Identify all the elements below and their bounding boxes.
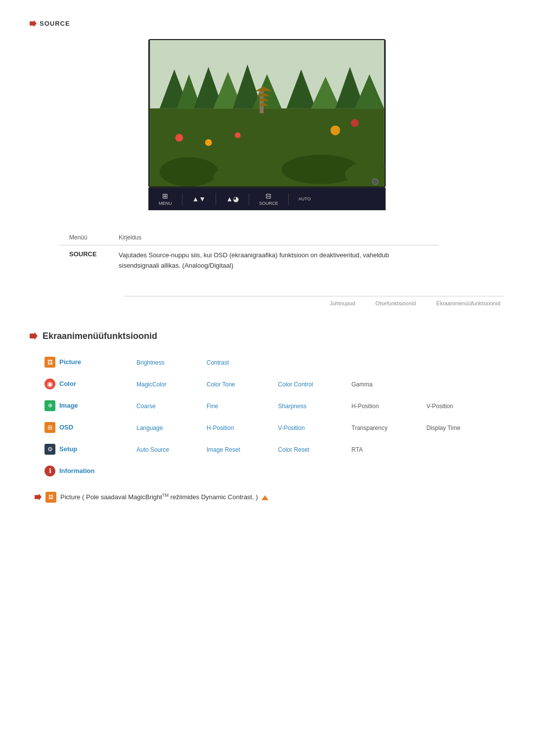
note-arrow-icon bbox=[35, 494, 42, 501]
imagereset-text: Image Reset bbox=[203, 443, 244, 456]
coarse-text: Coarse bbox=[133, 400, 160, 413]
vposition-osd-text: V-Position bbox=[274, 422, 309, 434]
setup-category: ⚙ Setup bbox=[40, 438, 129, 460]
adjust-button[interactable]: ▲◕ bbox=[226, 195, 239, 203]
hposition-osd-item[interactable]: H-Position bbox=[199, 417, 270, 438]
source-header: SOURCE bbox=[30, 20, 504, 27]
svg-point-22 bbox=[160, 157, 218, 187]
color-label[interactable]: Color bbox=[59, 380, 76, 387]
auto-button[interactable]: AUTO bbox=[299, 196, 311, 201]
setup-category-cell: ⚙ Setup bbox=[44, 441, 124, 458]
image-icon: ⊕ bbox=[44, 400, 55, 411]
monitor-container: ⊞ MENU ▲▼ ▲◕ ⊟ SOURCE AUTO bbox=[30, 39, 504, 210]
source-label: SOURCE bbox=[40, 20, 70, 27]
colorcontrol-item[interactable]: Color Control bbox=[270, 373, 343, 395]
fine-item[interactable]: Fine bbox=[199, 395, 270, 417]
divider bbox=[182, 193, 182, 205]
breadcrumb-item-1[interactable]: Juhtnupud bbox=[330, 300, 355, 306]
contrast-item[interactable]: Contrast bbox=[199, 351, 270, 373]
information-category-cell: ℹ Information bbox=[44, 463, 124, 479]
setup-label[interactable]: Setup bbox=[59, 445, 77, 453]
section-arrow-icon bbox=[30, 332, 38, 340]
up-arrow-icon bbox=[262, 495, 268, 500]
gamma-item[interactable]: Gamma bbox=[344, 373, 419, 395]
monitor-bottom-bar: ⊞ MENU ▲▼ ▲◕ ⊟ SOURCE AUTO bbox=[148, 188, 386, 210]
rta-item[interactable]: RTA bbox=[344, 438, 419, 460]
colorreset-item[interactable]: Color Reset bbox=[270, 438, 343, 460]
divider3 bbox=[249, 193, 249, 205]
menu-button[interactable]: ⊞ MENU bbox=[159, 192, 172, 206]
osd-category: ⊞ OSD bbox=[40, 417, 129, 438]
transparency-item[interactable]: Transparency bbox=[344, 417, 419, 438]
vposition-osd-item[interactable]: V-Position bbox=[270, 417, 343, 438]
setup-row: ⚙ Setup Auto Source Image Reset Color Re… bbox=[40, 438, 490, 460]
auto-label: AUTO bbox=[299, 196, 311, 201]
table-row: SOURCE Vajutades Source-nuppu siis, kui … bbox=[59, 245, 439, 276]
colortone-item[interactable]: Color Tone bbox=[199, 373, 270, 395]
menu-label: MENU bbox=[159, 201, 172, 206]
information-row: ℹ Information bbox=[40, 460, 490, 482]
brightness-button[interactable]: ▲▼ bbox=[192, 195, 206, 203]
svg-point-21 bbox=[351, 119, 359, 127]
picture-category: 🖼 Picture bbox=[40, 351, 129, 373]
menu-grid-table: 🖼 Picture Brightness Contrast ◉ Color Ma… bbox=[40, 351, 490, 482]
picture-icon: 🖼 bbox=[44, 357, 55, 368]
info-table: Menüü Kirjeldus SOURCE Vajutades Source-… bbox=[59, 230, 439, 276]
breadcrumb-sep-1 bbox=[364, 300, 367, 306]
brightness-text: Brightness bbox=[133, 356, 169, 369]
svg-point-20 bbox=[330, 126, 340, 136]
hposition-image-text: H-Position bbox=[348, 400, 383, 413]
svg-point-26 bbox=[372, 179, 378, 185]
coarse-item[interactable]: Coarse bbox=[129, 395, 199, 417]
brightness-item[interactable]: Brightness bbox=[129, 351, 199, 373]
autosource-item[interactable]: Auto Source bbox=[129, 438, 199, 460]
sharpness-item[interactable]: Sharpness bbox=[270, 395, 343, 417]
osd-icon: ⊞ bbox=[44, 422, 55, 433]
displaytime-text: Display Time bbox=[422, 422, 464, 434]
image-row: ⊕ Image Coarse Fine Sharpness H-Position… bbox=[40, 395, 490, 417]
picture-category-cell: 🖼 Picture bbox=[44, 354, 124, 371]
picture-label[interactable]: Picture bbox=[59, 358, 81, 366]
svg-point-17 bbox=[176, 134, 183, 142]
magiccolor-item[interactable]: MagicColor bbox=[129, 373, 199, 395]
image-category-cell: ⊕ Image bbox=[44, 397, 124, 414]
note-text: Picture ( Pole saadaval MagicBrightTM re… bbox=[60, 493, 268, 501]
svg-point-19 bbox=[235, 132, 241, 138]
information-label[interactable]: Information bbox=[59, 467, 95, 474]
osd-category-cell: ⊞ OSD bbox=[44, 419, 124, 436]
magiccolor-text: MagicColor bbox=[133, 378, 171, 391]
hposition-image-item[interactable]: H-Position bbox=[344, 395, 419, 417]
hposition-osd-text: H-Position bbox=[203, 422, 238, 434]
breadcrumb-item-2[interactable]: Otsefunktsioonid bbox=[375, 300, 416, 306]
osd-label[interactable]: OSD bbox=[59, 424, 73, 431]
picture-note: 🖼 Picture ( Pole saadaval MagicBrightTM … bbox=[35, 492, 504, 503]
color-row: ◉ Color MagicColor Color Tone Color Cont… bbox=[40, 373, 490, 395]
col-menu-header: Menüü bbox=[59, 230, 109, 245]
brightness-icon: ▲▼ bbox=[192, 195, 206, 203]
vposition-image-item[interactable]: V-Position bbox=[418, 395, 490, 417]
section-title-row: Ekraanimenüüfunktsioonid bbox=[30, 331, 504, 341]
displaytime-item[interactable]: Display Time bbox=[418, 417, 490, 438]
contrast-text: Contrast bbox=[203, 356, 233, 369]
setup-icon: ⚙ bbox=[44, 444, 55, 455]
imagereset-item[interactable]: Image Reset bbox=[199, 438, 270, 460]
breadcrumb: Juhtnupud Otsefunktsioonid Ekraanimenüüf… bbox=[125, 296, 504, 306]
source-button[interactable]: ⊟ SOURCE bbox=[259, 192, 278, 206]
picture-row: 🖼 Picture Brightness Contrast bbox=[40, 351, 490, 373]
breadcrumb-item-3[interactable]: Ekraanimenüüfunktsioonid bbox=[436, 300, 500, 306]
divider2 bbox=[216, 193, 216, 205]
desc-cell: Vajutades Source-nuppu siis, kui OSD (ek… bbox=[109, 245, 439, 276]
adjust-icon: ▲◕ bbox=[226, 195, 239, 203]
rta-text: RTA bbox=[348, 443, 367, 456]
col-desc-header: Kirjeldus bbox=[109, 230, 439, 245]
image-category: ⊕ Image bbox=[40, 395, 129, 417]
language-item[interactable]: Language bbox=[129, 417, 199, 438]
vposition-image-text: V-Position bbox=[422, 400, 457, 413]
colorreset-text: Color Reset bbox=[274, 443, 313, 456]
sharpness-text: Sharpness bbox=[274, 400, 310, 413]
fine-text: Fine bbox=[203, 400, 222, 413]
image-label[interactable]: Image bbox=[59, 402, 78, 409]
color-category-cell: ◉ Color bbox=[44, 376, 124, 392]
menu-icon: ⊞ bbox=[162, 192, 168, 200]
information-category: ℹ Information bbox=[40, 460, 129, 482]
